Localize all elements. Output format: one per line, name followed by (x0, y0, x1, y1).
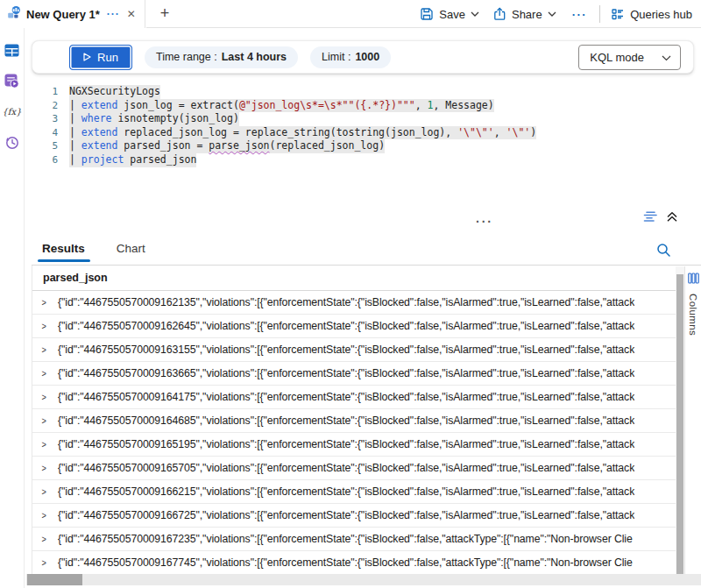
table-row[interactable]: >{"id":"4467550570009167745","violations… (32, 551, 676, 574)
limit-label: Limit : (322, 51, 350, 63)
code-line[interactable]: 5| extend parsed_json = parse_json(repla… (32, 139, 697, 153)
results-rows: >{"id":"4467550570009162135","violations… (32, 291, 676, 574)
run-button[interactable]: Run (69, 45, 132, 70)
row-expand-chevron-icon[interactable]: > (42, 557, 53, 568)
line-number: 6 (32, 153, 69, 167)
row-json-text: {"id":"4467550570009163155","violations"… (54, 344, 634, 356)
tab-results[interactable]: Results (42, 242, 85, 262)
row-json-text: {"id":"4467550570009166725","violations"… (54, 509, 634, 521)
adx-query-icon (7, 5, 21, 23)
row-expand-chevron-icon[interactable]: > (42, 368, 53, 379)
row-expand-chevron-icon[interactable]: > (42, 486, 53, 497)
columns-icon (688, 272, 699, 287)
play-icon (83, 51, 91, 64)
query-history-icon[interactable] (4, 134, 20, 150)
code-line[interactable]: 1NGXSecurityLogs (32, 85, 697, 99)
chevron-down-icon (662, 51, 671, 64)
tab-more-menu[interactable]: ··· (107, 8, 120, 20)
column-header-parsed-json[interactable]: parsed_json (32, 266, 676, 291)
line-number: 3 (32, 112, 69, 126)
query-summary-icon[interactable] (643, 210, 658, 223)
limit-picker[interactable]: Limit : 1000 (310, 46, 391, 68)
panel-splitter-handle[interactable]: ··· (476, 216, 493, 228)
query-tab[interactable]: New Query 1* ··· ✕ (0, 0, 145, 28)
functions-icon[interactable]: {fx} (4, 103, 20, 119)
row-json-text: {"id":"4467550570009162645","violations"… (54, 320, 634, 332)
row-json-text: {"id":"4467550570009165195","violations"… (54, 438, 634, 450)
row-expand-chevron-icon[interactable]: > (42, 392, 53, 402)
line-number: 5 (32, 139, 69, 153)
row-json-text: {"id":"4467550570009164685","violations"… (54, 414, 634, 427)
row-expand-chevron-icon[interactable]: > (42, 344, 53, 355)
row-expand-chevron-icon[interactable]: > (42, 534, 53, 544)
code-text: NGXSecurityLogs (69, 85, 160, 99)
connections-table-icon[interactable] (4, 42, 20, 58)
collapse-editor-icon[interactable] (666, 210, 678, 223)
table-row[interactable]: >{"id":"4467550570009166215","violations… (32, 480, 676, 504)
limit-value: 1000 (355, 51, 379, 63)
results-panel: Results Chart parsed_json >{"id":"446755… (25, 235, 701, 588)
query-command-bar: Run Time range : Last 4 hours Limit : 10… (32, 40, 694, 74)
time-range-value: Last 4 hours (222, 51, 287, 63)
time-range-picker[interactable]: Time range : Last 4 hours (145, 46, 298, 68)
chevron-down-icon (471, 11, 479, 17)
horizontal-scrollbar[interactable] (26, 574, 701, 585)
row-expand-chevron-icon[interactable]: > (42, 510, 53, 521)
table-row[interactable]: >{"id":"4467550570009166725","violations… (32, 504, 676, 528)
table-row[interactable]: >{"id":"4467550570009162135","violations… (32, 291, 676, 315)
code-line[interactable]: 6| project parsed_json (32, 153, 697, 167)
kql-query-editor[interactable]: 1NGXSecurityLogs2| extend json_log = ext… (32, 85, 697, 208)
tab-close-icon[interactable]: ✕ (127, 8, 136, 20)
new-tab-button[interactable]: + (154, 3, 175, 24)
save-label: Save (439, 8, 465, 21)
row-expand-chevron-icon[interactable]: > (42, 463, 53, 473)
results-tabs: Results Chart (42, 242, 145, 262)
row-json-text: {"id":"4467550570009164175","violations"… (54, 391, 634, 403)
table-row[interactable]: >{"id":"4467550570009164685","violations… (32, 409, 676, 433)
share-button[interactable]: Share (490, 7, 560, 21)
code-text: | extend parsed_json = parse_json(replac… (69, 139, 385, 153)
columns-side-panel[interactable]: Columns (684, 266, 701, 574)
row-expand-chevron-icon[interactable]: > (42, 321, 53, 331)
share-label: Share (512, 8, 542, 21)
row-json-text: {"id":"4467550570009167235","violations"… (54, 533, 633, 545)
code-text: | project parsed_json (69, 153, 196, 167)
columns-panel-label: Columns (688, 294, 698, 336)
results-grid: parsed_json >{"id":"4467550570009162135"… (32, 266, 676, 574)
code-lines: 1NGXSecurityLogs2| extend json_log = ext… (32, 85, 697, 167)
table-row[interactable]: >{"id":"4467550570009165195","violations… (32, 433, 676, 457)
code-line[interactable]: 2| extend json_log = extract(@"json_log\… (32, 99, 697, 113)
saved-scripts-icon[interactable] (4, 73, 20, 89)
run-label: Run (97, 51, 118, 64)
table-row[interactable]: >{"id":"4467550570009163155","violations… (32, 338, 676, 362)
vertical-scrollbar[interactable] (676, 266, 684, 574)
table-row[interactable]: >{"id":"4467550570009164175","violations… (32, 386, 676, 409)
code-text: | extend json_log = extract(@"json_log\s… (69, 99, 494, 113)
save-icon (420, 7, 434, 21)
code-line[interactable]: 4| extend replaced_json_log = replace_st… (32, 126, 697, 140)
table-row[interactable]: >{"id":"4467550570009165705","violations… (32, 457, 676, 480)
row-json-text: {"id":"4467550570009167745","violations"… (54, 556, 633, 569)
code-line[interactable]: 3| where isnotempty(json_log) (32, 112, 697, 126)
queries-hub-icon (611, 7, 625, 21)
horizontal-scrollbar-thumb[interactable] (27, 574, 82, 585)
tab-chart[interactable]: Chart (117, 242, 145, 262)
save-button[interactable]: Save (416, 7, 483, 21)
search-results-icon[interactable] (656, 243, 671, 261)
queries-hub-button[interactable]: Queries hub (607, 7, 696, 21)
more-commands-button[interactable]: ··· (567, 8, 593, 21)
line-number: 2 (32, 99, 69, 113)
row-expand-chevron-icon[interactable]: > (42, 439, 53, 450)
query-mode-select[interactable]: KQL mode (578, 45, 681, 70)
vertical-scrollbar-thumb[interactable] (676, 274, 683, 574)
top-actions: Save Share ··· Queries hub (416, 0, 696, 28)
row-json-text: {"id":"4467550570009162135","violations"… (54, 296, 634, 308)
row-expand-chevron-icon[interactable]: > (42, 415, 53, 426)
app-window: New Query 1* ··· ✕ + Save Share (0, 0, 701, 588)
table-row[interactable]: >{"id":"4467550570009163665","violations… (32, 362, 676, 386)
line-number: 1 (32, 85, 69, 99)
row-expand-chevron-icon[interactable]: > (42, 297, 53, 308)
table-row[interactable]: >{"id":"4467550570009167235","violations… (32, 528, 676, 551)
table-row[interactable]: >{"id":"4467550570009162645","violations… (32, 315, 676, 338)
code-text: | extend replaced_json_log = replace_str… (69, 126, 536, 140)
